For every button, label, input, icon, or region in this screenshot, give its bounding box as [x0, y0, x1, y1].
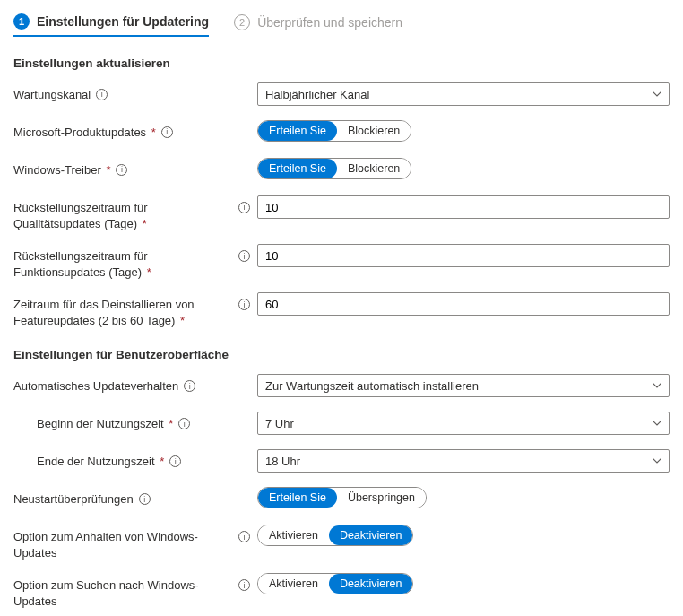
required-star: * [166, 417, 174, 430]
info-icon[interactable]: i [238, 579, 250, 591]
tab-update-ring-settings[interactable]: 1 Einstellungen für Updatering [13, 13, 209, 37]
option-block[interactable]: Blockieren [337, 159, 411, 178]
info-icon[interactable]: i [116, 164, 127, 176]
label-check-option: Option zum Suchen nach Windows-Updates [13, 577, 233, 609]
select-servicing-channel[interactable]: Halbjährlicher Kanal [257, 82, 670, 106]
label-restart-checks: Neustartüberprüfungen [13, 491, 134, 508]
step-number-1: 1 [13, 13, 30, 30]
toggle-windows-drivers: Erteilen Sie Blockieren [257, 158, 411, 179]
tab-label: Einstellungen für Updatering [37, 14, 209, 29]
select-active-hours-start[interactable]: 7 Uhr [257, 412, 670, 435]
label-auto-behavior: Automatisches Updateverhalten [13, 378, 178, 395]
chevron-down-icon [653, 456, 661, 465]
info-icon[interactable]: i [238, 202, 250, 213]
info-icon[interactable]: i [178, 418, 190, 429]
label-active-hours-end: Ende der Nutzungszeit [37, 455, 155, 468]
select-auto-behavior[interactable]: Zur Wartungszeit automatisch installiere… [257, 374, 670, 397]
select-value: Zur Wartungszeit automatisch installiere… [265, 379, 479, 393]
chevron-down-icon [653, 90, 661, 99]
input-feature-deferral[interactable] [257, 244, 670, 267]
option-skip[interactable]: Überspringen [337, 488, 426, 508]
input-quality-deferral[interactable] [257, 195, 670, 219]
step-number-2: 2 [234, 14, 250, 30]
option-disable[interactable]: Deaktivieren [329, 525, 412, 545]
select-active-hours-end[interactable]: 18 Uhr [257, 449, 670, 473]
toggle-pause-option: Aktivieren Deaktivieren [257, 525, 413, 546]
label-pause-option: Option zum Anhalten von Windows-Updates [13, 529, 233, 560]
info-icon[interactable]: i [238, 299, 250, 310]
toggle-restart-checks: Erteilen Sie Überspringen [257, 487, 427, 508]
info-icon[interactable]: i [96, 89, 108, 100]
info-icon[interactable]: i [161, 126, 173, 138]
option-enable[interactable]: Aktivieren [258, 525, 329, 545]
tab-review-save[interactable]: 2 Überprüfen und speichern [234, 13, 402, 37]
info-icon[interactable]: i [238, 531, 250, 542]
option-allow[interactable]: Erteilen Sie [258, 159, 337, 178]
info-icon[interactable]: i [184, 380, 195, 392]
required-star: * [103, 163, 111, 177]
required-star: * [148, 126, 156, 139]
info-icon[interactable]: i [238, 250, 250, 262]
tab-bar: 1 Einstellungen für Updatering 2 Überprü… [13, 13, 670, 37]
label-active-hours-start: Beginn der Nutzungszeit [37, 417, 164, 430]
required-star: * [157, 455, 165, 468]
option-allow[interactable]: Erteilen Sie [258, 121, 337, 141]
toggle-product-updates: Erteilen Sie Blockieren [257, 120, 411, 142]
tab-label: Überprüfen und speichern [257, 15, 402, 30]
select-value: 18 Uhr [265, 455, 300, 468]
select-value: Halbjährlicher Kanal [265, 88, 369, 101]
required-star: * [177, 314, 185, 327]
label-windows-drivers: Windows-Treiber [13, 163, 101, 177]
section-heading-update-settings: Einstellungen aktualisieren [13, 56, 670, 70]
chevron-down-icon [653, 419, 661, 428]
toggle-check-option: Aktivieren Deaktivieren [257, 573, 413, 594]
label-product-updates: Microsoft-Produktupdates [13, 126, 146, 139]
label-servicing-channel: Wartungskanal [13, 87, 91, 103]
option-disable[interactable]: Deaktivieren [329, 574, 412, 594]
label-feature-deferral: Rückstellungszeitraum für Funktionsupdat… [13, 249, 148, 279]
required-star: * [139, 217, 147, 230]
select-value: 7 Uhr [265, 417, 294, 430]
input-uninstall-period[interactable] [257, 292, 670, 316]
required-star: * [143, 265, 151, 279]
option-block[interactable]: Blockieren [337, 121, 411, 141]
chevron-down-icon [653, 381, 661, 390]
info-icon[interactable]: i [169, 455, 181, 467]
option-allow[interactable]: Erteilen Sie [258, 488, 337, 508]
label-uninstall-period: Zeitraum für das Deinstallieren von Feat… [13, 298, 195, 327]
section-heading-ux-settings: Einstellungen für Benutzeroberfläche [13, 348, 670, 361]
label-quality-deferral: Rückstellungszeitraum für Qualitätsupdat… [13, 201, 148, 230]
info-icon[interactable]: i [139, 493, 151, 505]
option-enable[interactable]: Aktivieren [258, 574, 329, 594]
